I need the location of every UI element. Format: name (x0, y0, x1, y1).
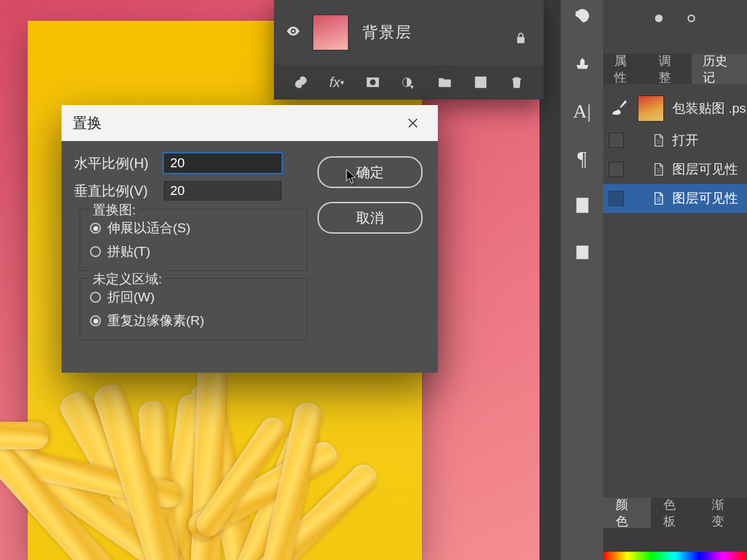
cancel-button[interactable]: 取消 (317, 202, 423, 234)
history-checkbox[interactable] (609, 191, 624, 206)
group-title: 置换图: (89, 201, 140, 219)
vertical-toolbar: A| ¶ (560, 0, 603, 560)
history-checkbox[interactable] (609, 162, 624, 177)
layer-thumbnail[interactable] (313, 15, 349, 50)
note-icon[interactable] (569, 239, 596, 265)
history-item-label: 图层可见性 (672, 189, 738, 207)
h-scale-input[interactable] (164, 153, 282, 173)
history-item-visibility[interactable]: 图层可见性 (603, 155, 747, 184)
svg-point-0 (292, 30, 295, 32)
dialog-buttons: 确定 取消 (317, 156, 423, 234)
displace-map-group: 置换图: 伸展以适合(S) 拼贴(T) (80, 209, 308, 271)
history-brush-icon (609, 97, 629, 120)
layer-row-background[interactable]: 背景层 (274, 8, 544, 57)
lock-icon[interactable] (515, 31, 527, 45)
undefined-area-group: 未定义区域: 折回(W) 重复边缘像素(R) (80, 278, 308, 340)
paragraph-icon[interactable]: ¶ (569, 145, 596, 171)
radio-icon (90, 223, 101, 234)
history-item-label: 图层可见性 (672, 160, 738, 178)
layers-footer: fx▾ ▾ (274, 65, 544, 100)
page-icon (652, 132, 665, 149)
page-icon (652, 190, 665, 207)
radio-stretch[interactable]: 伸展以适合(S) (90, 216, 297, 240)
radio-tile[interactable]: 拼贴(T) (90, 240, 297, 263)
dot-filled-icon[interactable] (655, 15, 663, 22)
svg-point-2 (369, 79, 376, 85)
mask-icon[interactable] (365, 75, 380, 90)
layer-name[interactable]: 背景层 (362, 22, 412, 43)
h-scale-label: 水平比例(H) (74, 154, 164, 173)
fx-icon[interactable]: fx▾ (329, 75, 344, 90)
folder-icon[interactable] (437, 75, 452, 90)
history-back-icon[interactable] (569, 4, 596, 30)
right-panel-column: 属性 调整 历史记 包装贴图 .ps 打开 图层可见性 图层可见性 (603, 0, 747, 560)
document-icon[interactable] (569, 192, 596, 218)
dot-outline-icon[interactable] (688, 15, 695, 22)
tab-color[interactable]: 颜色 (603, 498, 651, 528)
displace-dialog: 置换 水平比例(H) 垂直比例(V) 置换图: 伸展以适合(S) 拼贴(T) 未… (62, 105, 438, 373)
history-item-label: 打开 (672, 131, 699, 149)
link-icon[interactable] (293, 75, 308, 90)
history-thumb (638, 95, 664, 122)
group-title: 未定义区域: (89, 270, 166, 288)
close-icon[interactable] (399, 109, 427, 137)
tab-swatches[interactable]: 色板 (651, 498, 699, 528)
ok-button[interactable]: 确定 (317, 156, 423, 188)
v-scale-label: 垂直比例(V) (74, 182, 164, 200)
tab-gradients[interactable]: 渐变 (699, 498, 747, 528)
history-panel: 包装贴图 .ps 打开 图层可见性 图层可见性 (603, 91, 747, 213)
color-spectrum[interactable] (603, 552, 747, 560)
panel-dots (603, 10, 747, 26)
history-item-visibility-selected[interactable]: 图层可见性 (603, 184, 747, 213)
adjustment-icon[interactable]: ▾ (401, 75, 416, 90)
radio-icon (90, 315, 101, 326)
radio-repeat-edge[interactable]: 重复边缘像素(R) (90, 309, 297, 333)
dialog-title: 置换 (73, 113, 102, 133)
layers-panel: 背景层 fx▾ ▾ (274, 0, 544, 100)
panel-tabs: 属性 调整 历史记 (603, 54, 747, 84)
tab-history[interactable]: 历史记 (692, 54, 747, 84)
history-document-row[interactable]: 包装贴图 .ps (603, 91, 747, 126)
color-panel: 颜色 色板 渐变 (603, 498, 747, 560)
page-icon (652, 161, 665, 178)
history-checkbox[interactable] (609, 133, 624, 148)
radio-icon (90, 246, 101, 257)
visibility-eye-icon[interactable] (274, 24, 313, 41)
tab-properties[interactable]: 属性 (603, 54, 647, 84)
radio-icon (90, 292, 101, 303)
type-icon[interactable]: A| (569, 98, 596, 124)
new-layer-icon[interactable] (473, 75, 488, 90)
dialog-titlebar[interactable]: 置换 (62, 105, 438, 141)
radio-wrap[interactable]: 折回(W) (90, 286, 297, 309)
tab-adjustments[interactable]: 调整 (647, 54, 692, 84)
history-doc-name: 包装贴图 .ps (672, 100, 746, 118)
history-item-open[interactable]: 打开 (603, 126, 747, 155)
v-scale-input[interactable] (164, 181, 282, 200)
clone-stamp-icon[interactable] (569, 51, 596, 77)
trash-icon[interactable] (509, 75, 524, 90)
